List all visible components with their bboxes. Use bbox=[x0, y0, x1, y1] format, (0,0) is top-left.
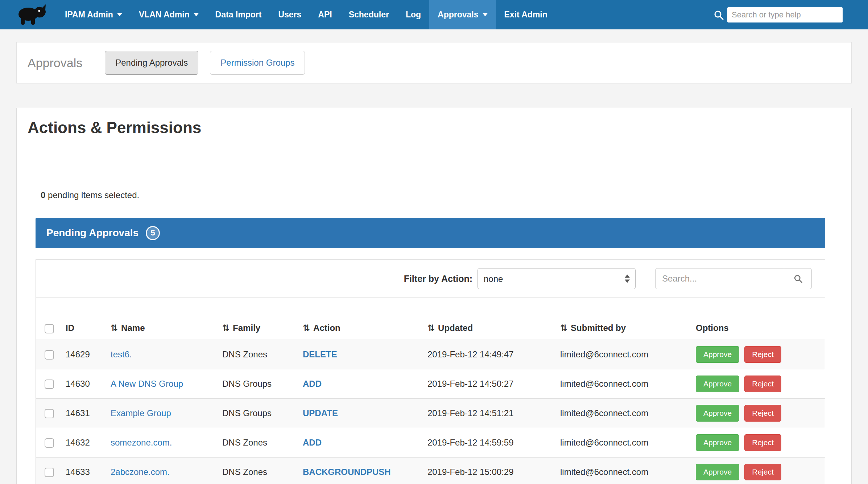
row-updated: 2019-Feb-12 14:51:21 bbox=[427, 408, 514, 418]
select-all-checkbox[interactable] bbox=[45, 324, 54, 333]
row-id: 14632 bbox=[66, 438, 90, 447]
column-header-action[interactable]: ⇅Action bbox=[298, 317, 423, 340]
approve-button[interactable]: Approve bbox=[696, 434, 739, 451]
nav-item-label: Scheduler bbox=[349, 10, 389, 20]
row-name-link[interactable]: A New DNS Group bbox=[111, 379, 183, 389]
row-id: 14633 bbox=[66, 467, 90, 477]
sort-icon: ⇅ bbox=[427, 323, 435, 333]
row-action-link[interactable]: DELETE bbox=[303, 349, 337, 359]
table-row: 14630A New DNS GroupDNS GroupsADD2019-Fe… bbox=[36, 369, 825, 398]
row-checkbox[interactable] bbox=[45, 409, 54, 418]
page: IPAM AdminVLAN AdminData ImportUsersAPIS… bbox=[0, 0, 868, 484]
search-icon bbox=[713, 9, 724, 21]
approve-button[interactable]: Approve bbox=[696, 346, 739, 363]
subheader-tabs: Pending ApprovalsPermission Groups bbox=[105, 51, 305, 75]
row-submitted-by: limited@6connect.com bbox=[560, 438, 648, 447]
nav-search-input[interactable] bbox=[727, 7, 843, 22]
tab-permission-groups[interactable]: Permission Groups bbox=[210, 51, 305, 75]
nav-search bbox=[713, 0, 843, 29]
nav-item-label: Users bbox=[278, 10, 301, 20]
nav-item-approvals[interactable]: Approvals bbox=[429, 0, 496, 29]
selected-count-line: 0 pending items selected. bbox=[41, 190, 851, 200]
page-title: Approvals bbox=[28, 56, 82, 70]
reject-button[interactable]: Reject bbox=[744, 434, 781, 451]
row-checkbox[interactable] bbox=[45, 468, 54, 477]
row-submitted-by: limited@6connect.com bbox=[560, 379, 648, 389]
filter-row: Filter by Action: none bbox=[36, 260, 825, 298]
nav-item-exit-admin[interactable]: Exit Admin bbox=[496, 0, 556, 29]
column-label: Name bbox=[121, 323, 145, 333]
nav-item-label: API bbox=[318, 10, 332, 20]
table-search-button[interactable] bbox=[784, 268, 812, 289]
row-name-link[interactable]: Example Group bbox=[111, 408, 171, 418]
nav-item-label: Approvals bbox=[438, 10, 478, 20]
approve-button[interactable]: Approve bbox=[696, 376, 739, 392]
nav-item-label: VLAN Admin bbox=[139, 10, 190, 20]
top-navbar: IPAM AdminVLAN AdminData ImportUsersAPIS… bbox=[0, 0, 868, 29]
approvals-table: ID⇅Name⇅Family⇅Action⇅Updated⇅Submitted … bbox=[36, 317, 825, 484]
chevron-down-icon bbox=[117, 13, 122, 16]
row-family: DNS Zones bbox=[222, 467, 267, 477]
column-header-name[interactable]: ⇅Name bbox=[106, 317, 218, 340]
nav-item-scheduler[interactable]: Scheduler bbox=[340, 0, 397, 29]
table-search-input[interactable] bbox=[655, 268, 784, 289]
nav-item-label: Exit Admin bbox=[504, 10, 547, 20]
row-action-link[interactable]: ADD bbox=[303, 379, 322, 389]
nav-item-ipam-admin[interactable]: IPAM Admin bbox=[57, 0, 131, 29]
rhino-logo-svg bbox=[17, 4, 47, 26]
panel-title: Pending Approvals bbox=[46, 227, 139, 239]
column-header-submitted-by[interactable]: ⇅Submitted by bbox=[556, 317, 691, 340]
row-id: 14630 bbox=[66, 379, 90, 389]
column-header-family[interactable]: ⇅Family bbox=[218, 317, 298, 340]
selected-count: 0 bbox=[41, 190, 45, 200]
subheader: Approvals Pending ApprovalsPermission Gr… bbox=[16, 42, 852, 83]
row-action-link[interactable]: UPDATE bbox=[303, 408, 338, 418]
nav-items: IPAM AdminVLAN AdminData ImportUsersAPIS… bbox=[57, 0, 713, 29]
row-name-link[interactable]: somezone.com. bbox=[111, 438, 172, 447]
row-checkbox[interactable] bbox=[45, 380, 54, 389]
row-id: 14631 bbox=[66, 408, 90, 418]
row-checkbox[interactable] bbox=[45, 438, 54, 448]
reject-button[interactable]: Reject bbox=[744, 376, 781, 392]
column-header-updated[interactable]: ⇅Updated bbox=[423, 317, 556, 340]
search-icon bbox=[793, 274, 803, 284]
approve-button[interactable]: Approve bbox=[696, 464, 739, 480]
nav-item-api[interactable]: API bbox=[310, 0, 340, 29]
reject-button[interactable]: Reject bbox=[744, 405, 781, 422]
row-family: DNS Groups bbox=[222, 379, 272, 389]
row-family: DNS Zones bbox=[222, 349, 267, 359]
row-submitted-by: limited@6connect.com bbox=[560, 408, 648, 418]
nav-item-log[interactable]: Log bbox=[397, 0, 429, 29]
sort-icon: ⇅ bbox=[222, 323, 230, 333]
column-header-id: ID bbox=[61, 317, 106, 340]
tab-pending-approvals[interactable]: Pending Approvals bbox=[105, 51, 198, 75]
nav-item-vlan-admin[interactable]: VLAN Admin bbox=[131, 0, 207, 29]
row-action-link[interactable]: BACKGROUNDPUSH bbox=[303, 467, 391, 477]
filter-by-action-label: Filter by Action: bbox=[404, 274, 472, 284]
row-action-link[interactable]: ADD bbox=[303, 438, 322, 447]
column-label: ID bbox=[66, 323, 74, 333]
table-row: 14629test6.DNS ZonesDELETE2019-Feb-12 14… bbox=[36, 340, 825, 369]
table-row: 14632somezone.com.DNS ZonesADD2019-Feb-1… bbox=[36, 428, 825, 457]
nav-item-users[interactable]: Users bbox=[270, 0, 310, 29]
panel-body: Filter by Action: none bbox=[36, 259, 825, 484]
row-checkbox[interactable] bbox=[45, 350, 54, 360]
row-submitted-by: limited@6connect.com bbox=[560, 349, 648, 359]
rhino-logo-icon[interactable] bbox=[17, 0, 47, 29]
row-name-link[interactable]: 2abczone.com. bbox=[111, 467, 170, 477]
row-family: DNS Zones bbox=[222, 438, 267, 447]
action-filter-select[interactable]: none bbox=[478, 268, 636, 289]
row-name-link[interactable]: test6. bbox=[111, 349, 132, 359]
sort-icon: ⇅ bbox=[303, 323, 310, 333]
approve-button[interactable]: Approve bbox=[696, 405, 739, 422]
sort-icon: ⇅ bbox=[560, 323, 567, 333]
action-filter: none bbox=[478, 268, 636, 289]
row-updated: 2019-Feb-12 15:00:29 bbox=[427, 467, 514, 477]
table-body: 14629test6.DNS ZonesDELETE2019-Feb-12 14… bbox=[36, 340, 825, 484]
reject-button[interactable]: Reject bbox=[744, 346, 781, 363]
section-title: Actions & Permissions bbox=[28, 119, 851, 136]
reject-button[interactable]: Reject bbox=[744, 464, 781, 480]
nav-item-label: IPAM Admin bbox=[65, 10, 113, 20]
column-label: Action bbox=[313, 323, 340, 333]
nav-item-data-import[interactable]: Data Import bbox=[207, 0, 270, 29]
